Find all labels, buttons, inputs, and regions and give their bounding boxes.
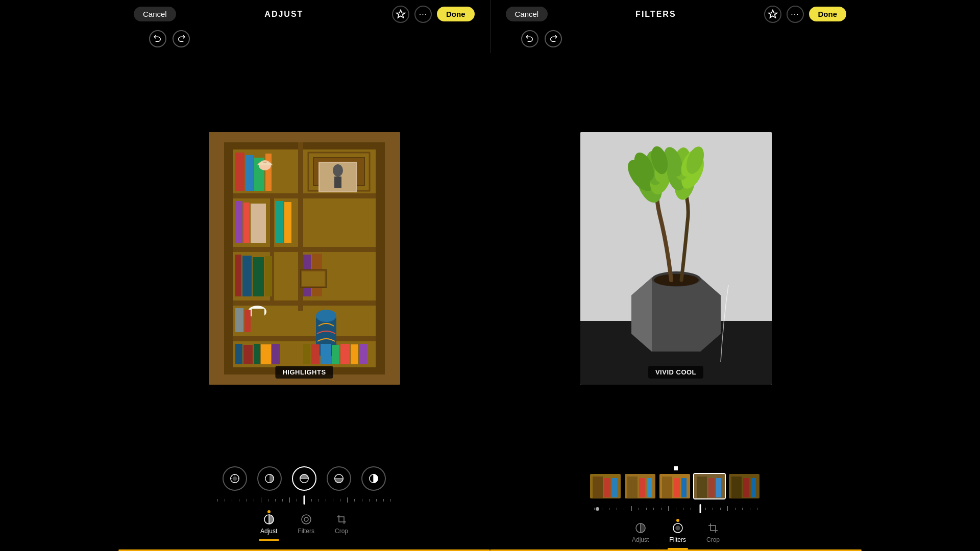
svg-rect-93	[593, 477, 603, 498]
svg-point-20	[333, 164, 343, 177]
left-undo-button[interactable]	[149, 30, 166, 47]
svg-rect-33	[253, 257, 264, 296]
svg-rect-8	[233, 300, 376, 306]
svg-rect-32	[242, 256, 252, 296]
svg-rect-13	[246, 155, 253, 191]
left-control-panel: Adjust Filters Crop	[118, 462, 490, 549]
right-panel-title: FILTERS	[635, 10, 676, 19]
filter-vivid[interactable]	[624, 473, 656, 499]
left-done-button[interactable]: Done	[437, 7, 475, 21]
svg-rect-23	[243, 203, 250, 243]
right-tab-crop[interactable]: Crop	[696, 520, 730, 545]
left-tab-filters-label: Filters	[298, 528, 314, 535]
svg-rect-37	[235, 308, 243, 332]
svg-rect-105	[697, 477, 707, 498]
right-image-panel: VIVID COOL	[490, 49, 862, 462]
svg-rect-46	[311, 344, 320, 364]
svg-rect-97	[627, 477, 638, 498]
svg-rect-38	[244, 310, 251, 332]
right-tab-adjust[interactable]: Adjust	[622, 520, 659, 545]
left-magic-icon[interactable]	[392, 6, 409, 23]
svg-rect-24	[251, 204, 266, 243]
svg-rect-103	[681, 478, 687, 497]
right-tab-filters[interactable]: Filters	[659, 520, 696, 545]
svg-rect-49	[340, 344, 350, 364]
left-cancel-button[interactable]: Cancel	[134, 7, 176, 21]
svg-rect-111	[751, 478, 756, 497]
left-photo: HIGHLIGHTS	[209, 132, 400, 385]
right-nav: Adjust Filters Crop	[622, 517, 730, 545]
filter-vivid-cool[interactable]	[693, 473, 726, 499]
svg-rect-39	[252, 309, 264, 332]
svg-point-90	[302, 515, 311, 524]
svg-rect-26	[284, 202, 291, 243]
right-done-button[interactable]: Done	[809, 7, 847, 21]
svg-point-123	[676, 526, 680, 530]
svg-rect-4	[224, 142, 385, 149]
left-tab-crop[interactable]: Crop	[325, 511, 358, 537]
left-tab-crop-label: Crop	[335, 528, 348, 535]
svg-rect-43	[261, 344, 271, 364]
filter-vivid-warm[interactable]	[658, 473, 691, 499]
svg-point-81	[233, 477, 236, 480]
right-filters-icon	[672, 522, 684, 534]
svg-rect-6	[233, 193, 376, 198]
shadows-tool[interactable]	[327, 466, 351, 491]
contrast-tool[interactable]	[361, 466, 386, 491]
svg-rect-42	[254, 344, 260, 364]
right-photo: VIVID COOL	[580, 132, 772, 385]
right-cancel-button[interactable]: Cancel	[506, 7, 548, 21]
svg-rect-9	[233, 336, 376, 341]
left-more-icon[interactable]: ···	[414, 6, 432, 23]
svg-rect-15	[265, 154, 272, 191]
right-tab-filters-label: Filters	[669, 536, 686, 543]
right-overlay-label: VIVID COOL	[648, 366, 703, 379]
svg-rect-3	[376, 142, 385, 374]
brilliance-tool[interactable]	[257, 466, 282, 491]
svg-rect-98	[639, 478, 645, 497]
crop-icon-left	[335, 513, 348, 525]
right-tab-adjust-label: Adjust	[632, 536, 649, 543]
filter-original[interactable]	[589, 473, 622, 499]
svg-rect-12	[235, 153, 244, 191]
svg-point-61	[654, 274, 699, 286]
svg-rect-109	[731, 477, 742, 498]
svg-rect-47	[321, 344, 331, 364]
svg-rect-99	[647, 478, 652, 497]
svg-rect-54	[302, 271, 325, 286]
filter-dramatic[interactable]	[728, 473, 761, 499]
right-control-panel: Adjust Filters Crop	[490, 462, 862, 549]
left-overlay-label: HIGHLIGHTS	[275, 366, 333, 379]
svg-rect-40	[235, 344, 242, 364]
svg-rect-21	[334, 177, 341, 188]
svg-rect-50	[351, 344, 358, 364]
highlights-tool[interactable]	[292, 466, 316, 491]
svg-rect-22	[235, 201, 242, 243]
svg-rect-106	[708, 478, 715, 497]
svg-rect-34	[265, 256, 272, 296]
left-tab-adjust[interactable]: Adjust	[250, 511, 287, 537]
right-undo-button[interactable]	[521, 30, 538, 47]
svg-rect-44	[272, 344, 280, 364]
right-magic-icon[interactable]	[764, 6, 781, 23]
right-slider[interactable]	[594, 504, 757, 514]
adjust-icon	[263, 513, 275, 525]
svg-rect-110	[743, 478, 749, 497]
right-tab-crop-label: Crop	[706, 536, 720, 543]
svg-point-30	[316, 310, 336, 322]
left-tab-filters[interactable]: Filters	[287, 511, 325, 537]
right-redo-button[interactable]	[545, 30, 562, 47]
svg-rect-51	[359, 344, 367, 364]
left-slider[interactable]	[217, 495, 391, 505]
svg-marker-59	[652, 278, 721, 352]
exposure-tool[interactable]	[223, 466, 247, 491]
svg-rect-45	[303, 344, 310, 364]
svg-rect-31	[235, 255, 241, 296]
svg-rect-2	[224, 142, 233, 374]
svg-rect-107	[716, 478, 721, 497]
right-more-icon[interactable]: ···	[787, 6, 804, 23]
svg-rect-95	[612, 478, 617, 497]
left-redo-button[interactable]	[173, 30, 190, 47]
svg-rect-48	[332, 345, 339, 364]
svg-rect-94	[604, 478, 610, 497]
